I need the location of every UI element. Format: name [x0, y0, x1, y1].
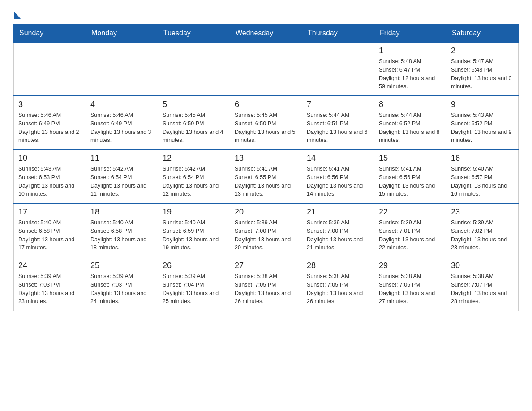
day-info: Sunrise: 5:39 AM Sunset: 7:00 PM Dayligh… [307, 218, 369, 252]
table-row [158, 42, 230, 96]
table-row: 14Sunrise: 5:41 AM Sunset: 6:56 PM Dayli… [302, 150, 374, 203]
col-thursday: Thursday [302, 25, 374, 43]
day-number: 6 [235, 100, 297, 109]
day-info: Sunrise: 5:42 AM Sunset: 6:54 PM Dayligh… [163, 165, 225, 198]
calendar-week-row: 17Sunrise: 5:40 AM Sunset: 6:58 PM Dayli… [14, 203, 519, 257]
day-number: 19 [163, 207, 225, 217]
day-number: 15 [379, 154, 442, 163]
col-tuesday: Tuesday [158, 25, 230, 43]
logo-triangle-icon [14, 12, 21, 19]
day-info: Sunrise: 5:40 AM Sunset: 6:57 PM Dayligh… [451, 165, 514, 198]
table-row: 3Sunrise: 5:46 AM Sunset: 6:49 PM Daylig… [14, 96, 86, 150]
calendar-week-row: 10Sunrise: 5:43 AM Sunset: 6:53 PM Dayli… [14, 150, 519, 203]
day-info: Sunrise: 5:38 AM Sunset: 7:05 PM Dayligh… [307, 272, 369, 306]
day-number: 24 [18, 261, 81, 270]
day-info: Sunrise: 5:39 AM Sunset: 7:00 PM Dayligh… [235, 218, 297, 252]
day-info: Sunrise: 5:47 AM Sunset: 6:48 PM Dayligh… [451, 57, 514, 91]
day-number: 2 [451, 46, 514, 56]
day-info: Sunrise: 5:39 AM Sunset: 7:03 PM Dayligh… [90, 272, 153, 306]
calendar-week-row: 1Sunrise: 5:48 AM Sunset: 6:47 PM Daylig… [14, 42, 519, 96]
day-number: 17 [18, 207, 81, 217]
day-info: Sunrise: 5:41 AM Sunset: 6:56 PM Dayligh… [307, 165, 369, 198]
table-row: 29Sunrise: 5:38 AM Sunset: 7:06 PM Dayli… [374, 257, 446, 311]
col-monday: Monday [86, 25, 158, 43]
day-info: Sunrise: 5:46 AM Sunset: 6:49 PM Dayligh… [90, 111, 153, 145]
day-number: 21 [307, 207, 369, 217]
table-row: 1Sunrise: 5:48 AM Sunset: 6:47 PM Daylig… [374, 42, 446, 96]
day-number: 10 [18, 154, 81, 163]
table-row: 17Sunrise: 5:40 AM Sunset: 6:58 PM Dayli… [14, 203, 86, 257]
day-number: 9 [451, 100, 514, 109]
day-number: 22 [379, 207, 442, 217]
day-info: Sunrise: 5:38 AM Sunset: 7:07 PM Dayligh… [451, 272, 514, 306]
table-row: 8Sunrise: 5:44 AM Sunset: 6:52 PM Daylig… [374, 96, 446, 150]
table-row: 18Sunrise: 5:40 AM Sunset: 6:58 PM Dayli… [86, 203, 158, 257]
table-row: 13Sunrise: 5:41 AM Sunset: 6:55 PM Dayli… [230, 150, 302, 203]
day-number: 27 [235, 261, 297, 270]
day-number: 26 [163, 261, 225, 270]
day-info: Sunrise: 5:42 AM Sunset: 6:54 PM Dayligh… [90, 165, 153, 198]
calendar-header-row: Sunday Monday Tuesday Wednesday Thursday… [14, 25, 519, 43]
day-info: Sunrise: 5:44 AM Sunset: 6:52 PM Dayligh… [379, 111, 442, 145]
day-number: 13 [235, 154, 297, 163]
table-row: 21Sunrise: 5:39 AM Sunset: 7:00 PM Dayli… [302, 203, 374, 257]
day-number: 4 [90, 100, 153, 109]
day-info: Sunrise: 5:44 AM Sunset: 6:51 PM Dayligh… [307, 111, 369, 145]
day-number: 18 [90, 207, 153, 217]
day-number: 3 [18, 100, 81, 109]
table-row: 26Sunrise: 5:39 AM Sunset: 7:04 PM Dayli… [158, 257, 230, 311]
day-info: Sunrise: 5:39 AM Sunset: 7:03 PM Dayligh… [18, 272, 81, 306]
day-info: Sunrise: 5:45 AM Sunset: 6:50 PM Dayligh… [163, 111, 225, 145]
day-number: 25 [90, 261, 153, 270]
table-row: 19Sunrise: 5:40 AM Sunset: 6:59 PM Dayli… [158, 203, 230, 257]
table-row: 30Sunrise: 5:38 AM Sunset: 7:07 PM Dayli… [446, 257, 519, 311]
table-row: 28Sunrise: 5:38 AM Sunset: 7:05 PM Dayli… [302, 257, 374, 311]
day-info: Sunrise: 5:43 AM Sunset: 6:53 PM Dayligh… [18, 165, 81, 198]
day-info: Sunrise: 5:40 AM Sunset: 6:58 PM Dayligh… [18, 218, 81, 252]
calendar-table: Sunday Monday Tuesday Wednesday Thursday… [13, 24, 519, 311]
day-info: Sunrise: 5:46 AM Sunset: 6:49 PM Dayligh… [18, 111, 81, 145]
col-friday: Friday [374, 25, 446, 43]
table-row: 25Sunrise: 5:39 AM Sunset: 7:03 PM Dayli… [86, 257, 158, 311]
day-info: Sunrise: 5:41 AM Sunset: 6:56 PM Dayligh… [379, 165, 442, 198]
day-info: Sunrise: 5:38 AM Sunset: 7:06 PM Dayligh… [379, 272, 442, 306]
day-number: 5 [163, 100, 225, 109]
table-row: 15Sunrise: 5:41 AM Sunset: 6:56 PM Dayli… [374, 150, 446, 203]
day-info: Sunrise: 5:43 AM Sunset: 6:52 PM Dayligh… [451, 111, 514, 145]
day-number: 20 [235, 207, 297, 217]
table-row: 4Sunrise: 5:46 AM Sunset: 6:49 PM Daylig… [86, 96, 158, 150]
table-row: 5Sunrise: 5:45 AM Sunset: 6:50 PM Daylig… [158, 96, 230, 150]
table-row [302, 42, 374, 96]
table-row: 24Sunrise: 5:39 AM Sunset: 7:03 PM Dayli… [14, 257, 86, 311]
day-info: Sunrise: 5:38 AM Sunset: 7:05 PM Dayligh… [235, 272, 297, 306]
day-number: 1 [379, 46, 442, 56]
day-number: 7 [307, 100, 369, 109]
table-row: 22Sunrise: 5:39 AM Sunset: 7:01 PM Dayli… [374, 203, 446, 257]
col-saturday: Saturday [446, 25, 519, 43]
table-row [14, 42, 86, 96]
day-number: 23 [451, 207, 514, 217]
table-row [230, 42, 302, 96]
calendar-week-row: 24Sunrise: 5:39 AM Sunset: 7:03 PM Dayli… [14, 257, 519, 311]
day-number: 16 [451, 154, 514, 163]
page-header [13, 9, 519, 20]
col-sunday: Sunday [14, 25, 86, 43]
table-row: 2Sunrise: 5:47 AM Sunset: 6:48 PM Daylig… [446, 42, 519, 96]
calendar-week-row: 3Sunrise: 5:46 AM Sunset: 6:49 PM Daylig… [14, 96, 519, 150]
table-row: 27Sunrise: 5:38 AM Sunset: 7:05 PM Dayli… [230, 257, 302, 311]
table-row: 16Sunrise: 5:40 AM Sunset: 6:57 PM Dayli… [446, 150, 519, 203]
day-info: Sunrise: 5:48 AM Sunset: 6:47 PM Dayligh… [379, 57, 442, 91]
day-info: Sunrise: 5:39 AM Sunset: 7:04 PM Dayligh… [163, 272, 225, 306]
day-info: Sunrise: 5:41 AM Sunset: 6:55 PM Dayligh… [235, 165, 297, 198]
logo [13, 9, 21, 20]
table-row: 23Sunrise: 5:39 AM Sunset: 7:02 PM Dayli… [446, 203, 519, 257]
day-number: 14 [307, 154, 369, 163]
day-info: Sunrise: 5:45 AM Sunset: 6:50 PM Dayligh… [235, 111, 297, 145]
day-number: 30 [451, 261, 514, 270]
day-info: Sunrise: 5:39 AM Sunset: 7:01 PM Dayligh… [379, 218, 442, 252]
table-row: 6Sunrise: 5:45 AM Sunset: 6:50 PM Daylig… [230, 96, 302, 150]
day-number: 29 [379, 261, 442, 270]
day-number: 12 [163, 154, 225, 163]
table-row: 20Sunrise: 5:39 AM Sunset: 7:00 PM Dayli… [230, 203, 302, 257]
day-info: Sunrise: 5:40 AM Sunset: 6:59 PM Dayligh… [163, 218, 225, 252]
